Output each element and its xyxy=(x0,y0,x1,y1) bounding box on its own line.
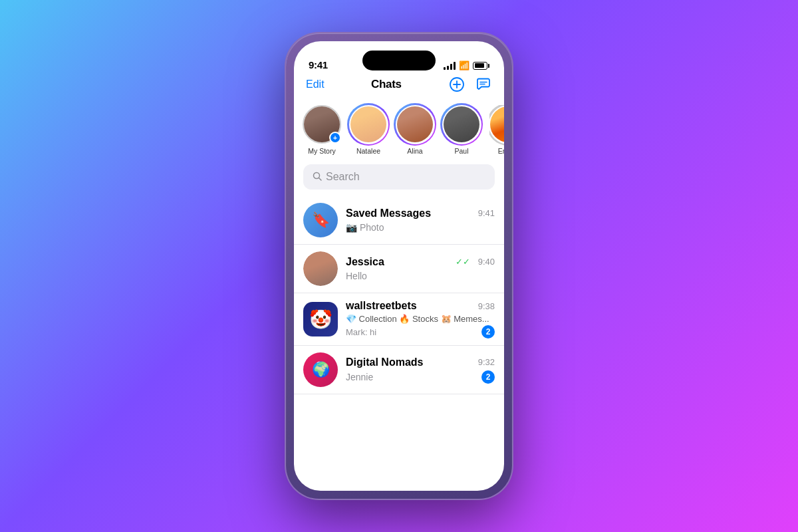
story-avatar-wrap-natalee xyxy=(349,105,388,144)
chat-item-saved[interactable]: 🔖 Saved Messages 9:41 📷 Photo xyxy=(294,196,504,245)
saved-messages-content: Saved Messages 9:41 📷 Photo xyxy=(346,207,495,233)
saved-name: Saved Messages xyxy=(346,207,431,219)
wsb-topic-tags: 💎 Collection 🔥 Stocks 🐹 Memes... xyxy=(346,314,489,324)
wsb-topics: 💎 Collection 🔥 Stocks 🐹 Memes... xyxy=(346,314,495,324)
digital-nomads-unread-badge: 2 xyxy=(481,370,495,384)
story-item-emma[interactable]: Emma xyxy=(489,105,504,155)
story-item-my-story[interactable]: + My Story xyxy=(303,105,340,155)
story-avatar-wrap-paul xyxy=(442,105,481,144)
story-ring-natalee xyxy=(347,103,390,146)
digital-nomads-name-row: Digital Nomads 9:32 xyxy=(346,356,495,368)
chat-item-digital-nomads[interactable]: 🌍 Digital Nomads 9:32 Jennie 2 xyxy=(294,346,504,394)
jessica-preview: Hello xyxy=(346,271,367,281)
avatar-natalee xyxy=(350,106,386,142)
saved-messages-avatar: 🔖 xyxy=(303,203,338,237)
avatar-emma xyxy=(490,106,504,142)
story-item-alina[interactable]: Alina xyxy=(396,105,434,155)
edit-button[interactable]: Edit xyxy=(306,78,325,90)
compose-button[interactable] xyxy=(475,76,492,93)
digital-nomads-time: 9:32 xyxy=(478,357,495,367)
my-story-avatar-wrap: + xyxy=(303,105,341,144)
phone-container: 9:41 📶 Edit Chats xyxy=(286,33,512,499)
header-actions xyxy=(448,76,492,93)
story-ring-paul xyxy=(440,103,483,146)
status-icons: 📶 xyxy=(444,61,489,70)
digital-nomads-content: Digital Nomads 9:32 Jennie 2 xyxy=(346,356,495,384)
chat-item-wsb[interactable]: 🤡 wallstreetbets 9:38 💎 Collection 🔥 Sto… xyxy=(294,293,504,346)
chat-item-jessica[interactable]: Jessica ✓✓ 9:40 Hello xyxy=(294,245,504,293)
wsb-name: wallstreetbets xyxy=(346,300,417,312)
add-chat-button[interactable] xyxy=(448,76,466,93)
wsb-name-row: wallstreetbets 9:38 xyxy=(346,300,495,312)
jessica-content: Jessica ✓✓ 9:40 Hello xyxy=(346,256,495,282)
stories-row: + My Story Natalee xyxy=(294,100,504,164)
alina-label: Alina xyxy=(407,147,422,155)
battery-icon xyxy=(473,62,489,70)
story-item-paul[interactable]: Paul xyxy=(443,105,480,155)
saved-time: 9:41 xyxy=(478,208,495,218)
avatar-paul xyxy=(444,106,479,142)
page-title: Chats xyxy=(371,78,402,91)
story-ring-emma xyxy=(489,105,504,146)
status-time: 9:41 xyxy=(309,59,328,70)
my-story-label: My Story xyxy=(308,147,335,155)
jessica-avatar xyxy=(303,251,338,286)
wifi-icon: 📶 xyxy=(459,61,469,70)
svg-line-6 xyxy=(319,178,322,180)
dynamic-island xyxy=(362,51,436,70)
chats-header: Edit Chats xyxy=(294,74,504,100)
avatar-alina xyxy=(397,106,433,142)
story-avatar-wrap-emma xyxy=(489,105,504,144)
chat-list: 🔖 Saved Messages 9:41 📷 Photo Je xyxy=(294,196,504,491)
double-check-icon: ✓✓ xyxy=(456,257,470,267)
search-bar[interactable]: Search xyxy=(303,164,495,190)
phone-screen: 9:41 📶 Edit Chats xyxy=(294,41,504,491)
digital-nomads-avatar: 🌍 xyxy=(303,352,338,387)
jessica-time: 9:40 xyxy=(478,257,495,267)
wsb-preview2: Mark: hi xyxy=(346,327,376,337)
search-icon xyxy=(313,172,322,183)
search-placeholder-text: Search xyxy=(326,171,360,183)
jessica-name-row: Jessica ✓✓ 9:40 xyxy=(346,256,495,268)
emma-label: Emma xyxy=(498,147,504,155)
wsb-content: wallstreetbets 9:38 💎 Collection 🔥 Stock… xyxy=(346,300,495,338)
jessica-name: Jessica xyxy=(346,256,384,268)
story-avatar-wrap-alina xyxy=(396,105,434,144)
wsb-avatar: 🤡 xyxy=(303,302,338,336)
bookmark-icon: 🔖 xyxy=(312,211,330,229)
story-ring-alina xyxy=(394,103,436,146)
wsb-unread-badge: 2 xyxy=(481,325,495,338)
digital-nomads-name: Digital Nomads xyxy=(346,356,423,368)
signal-icon xyxy=(444,62,456,70)
story-item-natalee[interactable]: Natalee xyxy=(350,105,387,155)
saved-name-row: Saved Messages 9:41 xyxy=(346,207,495,219)
wsb-time: 9:38 xyxy=(478,301,495,311)
natalee-label: Natalee xyxy=(356,147,380,155)
saved-preview: 📷 Photo xyxy=(346,222,384,233)
digital-nomads-preview: Jennie xyxy=(346,372,373,382)
my-story-add-icon: + xyxy=(329,132,341,144)
paul-label: Paul xyxy=(454,147,468,155)
